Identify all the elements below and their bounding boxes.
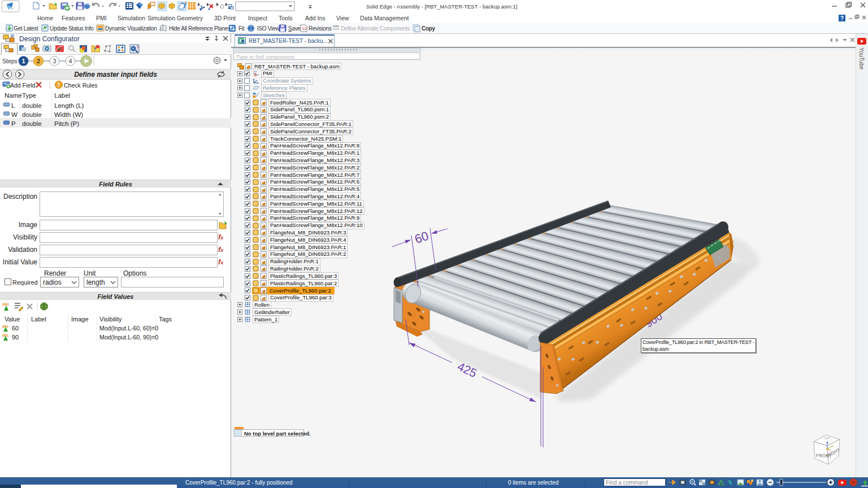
svg-text:Dynamic Visualization: Dynamic Visualization [105,25,157,32]
svg-text:Update Status Info: Update Status Info [50,25,94,32]
svg-text:60: 60 [413,229,431,247]
svg-text:?: ? [840,15,844,21]
svg-text:ISO View: ISO View [257,25,280,32]
svg-text:Define Alternate Components: Define Alternate Components [341,25,410,32]
svg-text:Fit: Fit [238,25,245,32]
svg-text:4: 4 [68,58,72,64]
svg-text:Get Latest: Get Latest [14,25,38,32]
svg-text:Revisions: Revisions [309,25,332,32]
svg-text:2: 2 [37,58,40,64]
svg-text:1: 1 [21,58,25,64]
svg-text:Hide All Reference Planes: Hide All Reference Planes [169,25,231,32]
svg-text:Save: Save [288,25,301,32]
svg-text:abc: abc [2,302,9,306]
svg-text:12: 12 [302,26,307,31]
svg-text:!: ! [58,82,59,88]
svg-text:3: 3 [53,58,56,64]
svg-text:?: ? [93,46,97,52]
svg-text:TOP: TOP [823,437,830,441]
svg-text:Copy: Copy [422,25,436,32]
